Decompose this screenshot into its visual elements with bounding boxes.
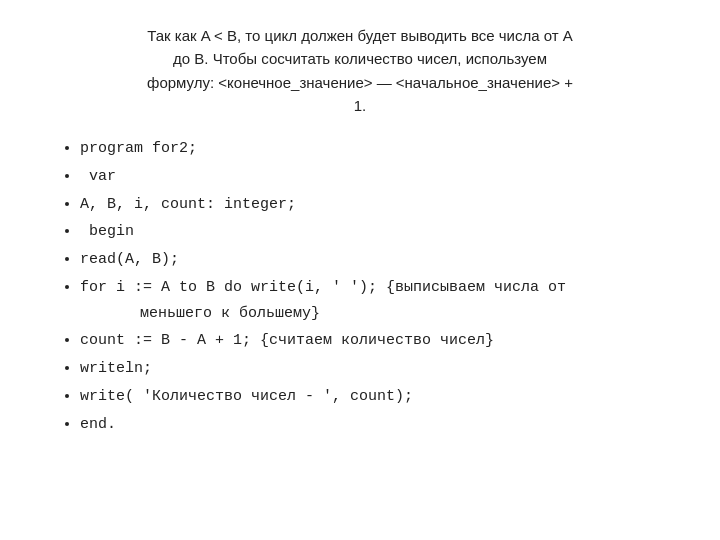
code-text: program for2; xyxy=(80,140,197,157)
list-item: write( 'Количество чисел - ', count); xyxy=(80,383,684,411)
list-item: read(A, B); xyxy=(80,246,684,274)
list-item: count := B - A + 1; {считаем количество … xyxy=(80,327,684,355)
list-item: var xyxy=(80,163,684,191)
list-item: program for2; xyxy=(80,135,684,163)
intro-paragraph: Так как A < B, то цикл должен будет выво… xyxy=(36,24,684,117)
intro-line4: 1. xyxy=(354,97,367,114)
list-item: writeln; xyxy=(80,355,684,383)
code-text: end. xyxy=(80,416,116,433)
code-text: var xyxy=(80,168,116,185)
code-continuation: меньшего к большему} xyxy=(80,300,684,328)
main-content: Так как A < B, то цикл должен будет выво… xyxy=(0,0,720,462)
list-item: end. xyxy=(80,411,684,439)
code-text: read(A, B); xyxy=(80,251,179,268)
code-text: for i := A to B do write(i, ' '); {выпис… xyxy=(80,279,566,296)
intro-line1: Так как A < B, то цикл должен будет выво… xyxy=(147,27,573,44)
code-list: program for2; var A, B, i, count: intege… xyxy=(36,135,684,438)
code-text: write( 'Количество чисел - ', count); xyxy=(80,388,413,405)
code-text: writeln; xyxy=(80,360,152,377)
code-text: begin xyxy=(80,223,134,240)
list-item: A, B, i, count: integer; xyxy=(80,191,684,219)
intro-line2: до B. Чтобы сосчитать количество чисел, … xyxy=(173,50,547,67)
list-item: begin xyxy=(80,218,684,246)
list-item: for i := A to B do write(i, ' '); {выпис… xyxy=(80,274,684,328)
intro-line3: формулу: <конечное_значение> — <начально… xyxy=(147,74,573,91)
code-text: count := B - A + 1; {считаем количество … xyxy=(80,332,494,349)
code-text: A, B, i, count: integer; xyxy=(80,196,296,213)
